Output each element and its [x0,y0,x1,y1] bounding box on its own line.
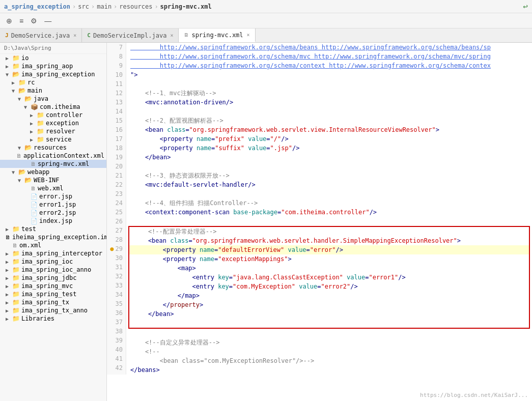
code-text: value [299,282,317,291]
code-text: "com.itheima.controller" [281,208,369,217]
code-text: <property [130,134,197,144]
tab-label: DemoServiceImpl.java [93,32,167,39]
sidebar-item-service[interactable]: ▶ 📁 service [0,135,106,144]
xml-file-icon: 🗎 [16,153,22,159]
sidebar-item-ima-spring-interceptor[interactable]: ▶ 📁 ima_spring_interceptor [0,249,106,257]
toolbar-settings-button[interactable]: ⚙ [29,16,39,26]
sidebar-item-webinf[interactable]: ▼ 📂 WEB-INF [0,176,106,184]
sidebar-item-label: ima_spring_tx [21,299,69,306]
sidebar-item-io[interactable]: ▶ 📁 io [0,54,106,62]
sidebar-item-ima-spring-tx[interactable]: ▶ 📁 ima_spring_tx [0,298,106,306]
code-text: name [200,245,214,254]
toolbar-minimize-button[interactable]: — [42,16,53,26]
line-num-40: 40 [107,345,126,354]
sidebar-item-rc[interactable]: ▶ 📁 rc [0,78,106,87]
sidebar-item-webapp[interactable]: ▼ 📂 webapp [0,168,106,176]
tab-demo-service-impl-java[interactable]: C DemoServiceImpl.java × [82,28,179,42]
code-text: <!--2、配置视图解析器--> [130,116,223,125]
line-num-19: 19 [107,153,126,162]
sidebar-item-ima-spring-mvc[interactable]: ▶ 📁 ima_spring_mvc [0,282,106,290]
sidebar-item-indexjsp[interactable]: 📄 index.jsp [0,217,106,225]
sidebar-item-omxml[interactable]: 🗎 om.xml [0,241,106,249]
line-num-11: 11 [107,79,126,89]
code-line-30: <property name="exceptionMappings"> [129,254,529,264]
code-text: "org.springframework.web.servlet.view.In… [189,125,436,134]
sidebar-item-errorjsp[interactable]: 📄 error.jsp [0,192,106,200]
sidebar-item-ima-spring-ioc[interactable]: ▶ 📁 ima_spring_ioc [0,257,106,266]
sidebar-item-java[interactable]: ▼ 📂 java [0,95,106,103]
breadcrumb-item-resources[interactable]: resources [119,3,152,10]
xml-icon: 🗎 [184,32,189,38]
sidebar-item-error2jsp[interactable]: 📄 error2.jsp [0,209,106,217]
sidebar-item-ima-spring-aop[interactable]: ▶ 📁 ima_spring_aop [0,62,106,70]
line-num-34: 34 [107,290,126,299]
code-text: /> [281,134,288,144]
breadcrumb-item-project[interactable]: a_spring_exception [4,3,70,10]
code-line-21: <!--3、静态资源权限开放--> [126,171,532,180]
line-num-37: 37 [107,318,126,327]
xml-file-icon: 🗎 [31,161,36,167]
jsp-file-icon: 📄 [31,218,38,224]
code-line-8: http://www.springframework.org/schema/mv… [126,52,532,61]
code-text: "java.lang.ClassCastException" [233,273,343,282]
code-text: <bean [133,236,170,245]
line-num-9: 9 [107,61,126,70]
toolbar-layout-button[interactable]: ≡ [17,16,25,26]
sidebar-item-spring-mvc-xml[interactable]: 🗎 spring-mvc.xml [0,160,106,168]
tab-label: DemoService.java [11,32,70,39]
code-text: value [248,144,266,153]
sidebar-item-webxml[interactable]: 🗎 web.xml [0,184,106,192]
sidebar-item-controller[interactable]: ▶ 📁 controller [0,111,106,119]
sidebar-item-label: test [21,225,36,233]
sidebar-item-ima-spring-exception[interactable]: ▼ 📂 ima_spring_exception [0,70,106,78]
sidebar-item-ima-spring-test[interactable]: ▶ 📁 ima_spring_test [0,290,106,298]
breadcrumb-item-src[interactable]: src [78,3,89,10]
tab-spring-mvc-xml[interactable]: 🗎 spring-mvc.xml × [179,28,255,42]
folder-open-icon: 📂 [18,87,26,94]
sidebar-item-label: Libraries [21,315,54,322]
code-text: "defaultErrorView" [218,245,284,254]
sidebar-item-main[interactable]: ▼ 📂 main [0,87,106,95]
code-text: = [188,236,192,245]
sidebar-item-test[interactable]: ▶ 📁 test [0,225,106,233]
code-text: <context:component-scan [130,208,233,217]
editor: 7 8 9 10 11 12 13 14 15 16 17 18 19 20 2… [107,43,532,401]
code-line-10: "> [126,70,532,79]
chevron-down-icon: ▼ [12,169,17,175]
tab-close-icon[interactable]: × [73,33,76,38]
chevron-right-icon: ▶ [6,283,11,289]
breadcrumb-item-main[interactable]: main [97,3,111,10]
code-text: = [277,208,281,217]
code-text: <mvc:default-servlet-handler/> [130,180,256,189]
folder-icon: 📁 [12,250,20,257]
code-text: class [170,236,188,245]
sidebar-item-error1jsp[interactable]: 📄 error1.jsp [0,200,106,209]
back-arrow-icon[interactable]: ↩ [523,2,528,11]
sidebar-item-iml[interactable]: 🗎 iheima_spring_exception.iml [0,233,106,241]
line-num-30: 30 [107,253,126,263]
watermark: https://blog.csdn.net/KaiSarJ... [420,392,528,398]
code-text: = [211,144,215,153]
sidebar-item-com-itheima[interactable]: ▼ 📦 com.itheima [0,103,106,111]
sidebar-item-ima-spring-tx-anno[interactable]: ▶ 📁 ima_spring_tx_anno [0,306,106,314]
sidebar-item-exception[interactable]: ▶ 📁 exception [0,119,106,127]
sidebar-item-ima-spring-ioc-anno[interactable]: ▶ 📁 ima_spring_ioc_anno [0,266,106,274]
code-text: "exceptionMappings" [218,254,288,264]
toolbar-add-button[interactable]: ⊕ [4,16,14,26]
sidebar-item-label: resources [34,144,67,151]
code-text: <!--配置异常处理器--> [133,227,216,236]
sidebar-item-resolver[interactable]: ▶ 📁 resolver [0,127,106,135]
tab-close-icon[interactable]: × [247,32,250,38]
sidebar-item-ima-spring-jdbc[interactable]: ▶ 📁 ima_spring_jdbc [0,274,106,282]
code-line-35: </property> [129,300,529,309]
code-text: <property [130,144,197,153]
tab-close-icon[interactable]: × [170,33,173,38]
sidebar-item-applicationcontext[interactable]: 🗎 applicationContext.xml [0,152,106,160]
sidebar-item-resources[interactable]: ▼ 📂 resources [0,144,106,152]
sidebar-item-label: webapp [27,168,49,176]
tab-demo-service-java[interactable]: J DemoService.java × [0,28,82,42]
folder-icon: 📁 [37,128,44,135]
code-line-38 [126,329,532,338]
sidebar-item-libraries[interactable]: ▶ 📁 Libraries [0,314,106,323]
folder-icon: 📁 [37,136,44,143]
